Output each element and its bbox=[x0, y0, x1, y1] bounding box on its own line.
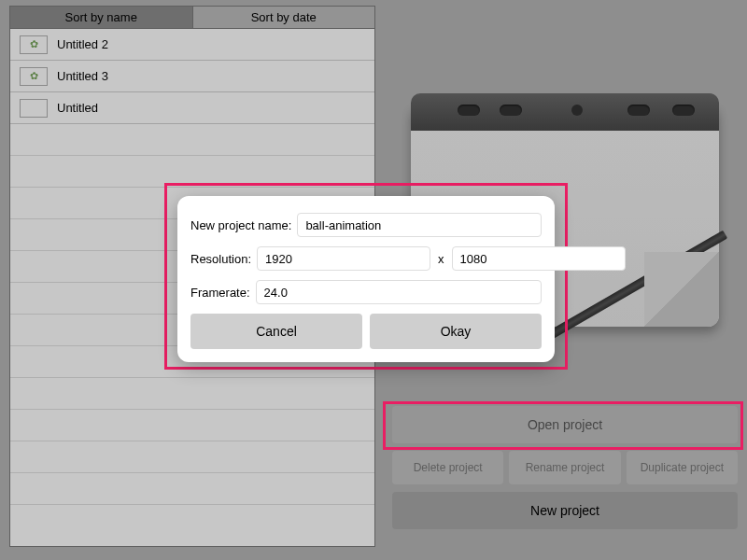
okay-button[interactable]: Okay bbox=[370, 314, 542, 349]
resolution-width-input[interactable] bbox=[257, 246, 430, 271]
cancel-button[interactable]: Cancel bbox=[190, 314, 362, 349]
new-project-dialog: New project name: Resolution: x Framerat… bbox=[177, 196, 555, 362]
project-name-input[interactable] bbox=[297, 213, 542, 237]
project-name-label: New project name: bbox=[190, 218, 291, 232]
resolution-label: Resolution: bbox=[190, 252, 251, 266]
resolution-separator: x bbox=[436, 252, 446, 266]
framerate-label: Framerate: bbox=[190, 286, 250, 300]
framerate-input[interactable] bbox=[256, 280, 542, 304]
resolution-height-input[interactable] bbox=[452, 246, 626, 271]
